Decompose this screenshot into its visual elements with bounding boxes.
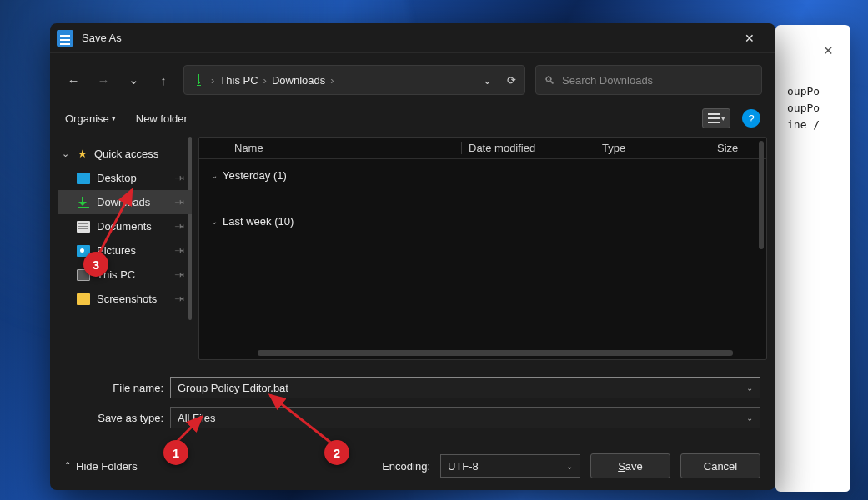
breadcrumb-dropdown-icon[interactable]: ⌄ [483, 74, 492, 87]
file-group-yesterday[interactable]: ⌄ Yesterday (1) [199, 164, 766, 187]
up-button[interactable]: ↑ [153, 70, 173, 90]
sidebar-quick-access[interactable]: ⌄ ★ Quick access [58, 142, 192, 166]
new-folder-button[interactable]: New folder [136, 112, 188, 125]
refresh-icon[interactable]: ⟳ [507, 74, 516, 87]
column-name[interactable]: Name [234, 142, 461, 154]
document-icon [77, 221, 90, 232]
file-list-area: Name Date modified Type Size ⌄ Yesterday… [198, 137, 767, 360]
breadcrumb-segment[interactable]: Downloads [272, 74, 325, 87]
annotation-marker-3: 3 [83, 252, 108, 277]
save-button[interactable]: Save [590, 453, 670, 478]
chevron-up-icon: ˄ [65, 460, 71, 472]
pin-icon: 📌︎ [172, 291, 188, 308]
annotation-arrow [95, 185, 145, 260]
encoding-label: Encoding: [382, 460, 430, 472]
notepad-window: ✕ oupPo oupPo ine / [775, 25, 850, 492]
star-icon: ★ [78, 148, 88, 160]
folder-icon [77, 293, 90, 305]
chevron-right-icon: › [211, 74, 214, 87]
annotation-marker-1: 1 [163, 440, 188, 465]
column-type[interactable]: Type [595, 142, 710, 154]
app-icon [57, 30, 73, 47]
save-type-label: Save as type: [65, 412, 170, 424]
breadcrumb-segment[interactable]: This PC [219, 74, 258, 87]
chevron-down-icon: ⌄ [211, 171, 218, 180]
search-placeholder: Search Downloads [562, 74, 653, 87]
annotation-marker-2: 2 [324, 440, 349, 465]
notepad-close-icon[interactable]: ✕ [817, 40, 839, 62]
chevron-down-icon: ▾ [721, 114, 725, 122]
close-button[interactable]: ✕ [730, 25, 769, 52]
chevron-down-icon[interactable]: ⌄ [746, 383, 753, 392]
column-date[interactable]: Date modified [461, 142, 595, 154]
annotation-arrow [260, 388, 344, 447]
organise-menu[interactable]: Organise▾ [65, 112, 116, 125]
chevron-down-icon: ⌄ [62, 148, 69, 159]
notepad-line: ine / [787, 117, 839, 133]
file-name-label: File name: [65, 382, 170, 394]
file-vertical-scrollbar[interactable] [759, 141, 764, 249]
back-button[interactable]: ← [63, 70, 83, 90]
pin-icon: 📌︎ [172, 267, 188, 283]
file-horizontal-scrollbar[interactable] [258, 350, 733, 356]
save-as-dialog: Save As ✕ ← → ⌄ ↑ ⭳ › This PC › Download… [50, 23, 775, 490]
download-icon: ⭳ [193, 72, 206, 88]
save-type-select[interactable]: All Files ⌄ [170, 407, 760, 428]
chevron-right-icon: › [330, 74, 334, 87]
chevron-down-icon: ⌄ [211, 217, 218, 226]
pin-icon: 📌︎ [172, 170, 188, 187]
pin-icon: 📌︎ [172, 194, 188, 211]
search-input[interactable]: 🔍︎ Search Downloads [535, 65, 762, 95]
notepad-line: oupPo [787, 100, 839, 117]
encoding-select[interactable]: UTF-8 ⌄ [440, 454, 580, 478]
file-name-input[interactable]: Group Policy Editor.bat ⌄ [170, 377, 760, 398]
list-icon [708, 113, 720, 123]
chevron-right-icon: › [263, 74, 267, 87]
column-size[interactable]: Size [710, 142, 745, 154]
hide-folders-button[interactable]: ˄ Hide Folders [65, 460, 138, 472]
view-options-button[interactable]: ▾ [702, 108, 730, 128]
notepad-line: oupPo [787, 83, 839, 100]
pin-icon: 📌︎ [172, 218, 188, 235]
breadcrumb[interactable]: ⭳ › This PC › Downloads › ⌄ ⟳ [183, 65, 525, 95]
file-group-lastweek[interactable]: ⌄ Last week (10) [199, 210, 766, 232]
recent-locations-button[interactable]: ⌄ [123, 70, 143, 90]
pin-icon: 📌︎ [172, 242, 188, 259]
help-button[interactable]: ? [742, 109, 760, 128]
search-icon: 🔍︎ [544, 74, 555, 87]
titlebar: Save As ✕ [50, 23, 775, 53]
cancel-button[interactable]: Cancel [680, 453, 760, 478]
download-icon [77, 197, 90, 208]
desktop-icon [77, 172, 90, 184]
forward-button[interactable]: → [93, 70, 113, 90]
column-headers[interactable]: Name Date modified Type Size [199, 138, 766, 159]
chevron-down-icon[interactable]: ⌄ [566, 462, 573, 471]
sidebar-item-screenshots[interactable]: Screenshots 📌︎ [58, 287, 192, 311]
sidebar-item-thispc[interactable]: This PC 📌︎ [58, 262, 192, 287]
chevron-down-icon[interactable]: ⌄ [746, 413, 753, 422]
dialog-title: Save As [82, 32, 122, 44]
